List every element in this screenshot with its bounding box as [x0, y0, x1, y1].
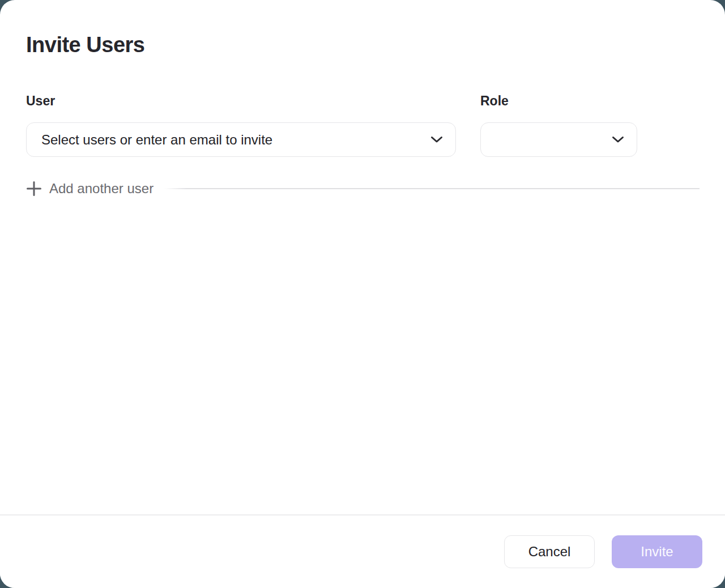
- invite-button[interactable]: Invite: [612, 535, 702, 568]
- role-field: Role: [480, 93, 637, 157]
- user-field: User Select users or enter an email to i…: [26, 93, 456, 157]
- modal-title: Invite Users: [26, 32, 700, 57]
- modal-footer: Cancel Invite: [0, 514, 725, 588]
- user-field-label: User: [26, 93, 456, 109]
- user-select-placeholder: Select users or enter an email to invite: [41, 132, 272, 148]
- chevron-down-icon: [430, 136, 443, 143]
- plus-icon: [26, 181, 42, 197]
- page-background: Invite Users User Select users or enter …: [0, 0, 725, 588]
- fields-row: User Select users or enter an email to i…: [26, 93, 700, 157]
- add-another-user-button[interactable]: Add another user: [26, 181, 153, 197]
- add-another-user-label: Add another user: [49, 181, 153, 197]
- horizontal-divider: [164, 188, 700, 189]
- cancel-button[interactable]: Cancel: [504, 535, 595, 568]
- modal-body: Invite Users User Select users or enter …: [0, 0, 725, 514]
- chevron-down-icon: [612, 136, 624, 143]
- role-field-label: Role: [480, 93, 637, 109]
- user-select[interactable]: Select users or enter an email to invite: [26, 122, 456, 157]
- invite-users-modal: Invite Users User Select users or enter …: [0, 0, 725, 588]
- add-user-row: Add another user: [26, 181, 700, 197]
- role-select[interactable]: [480, 122, 637, 157]
